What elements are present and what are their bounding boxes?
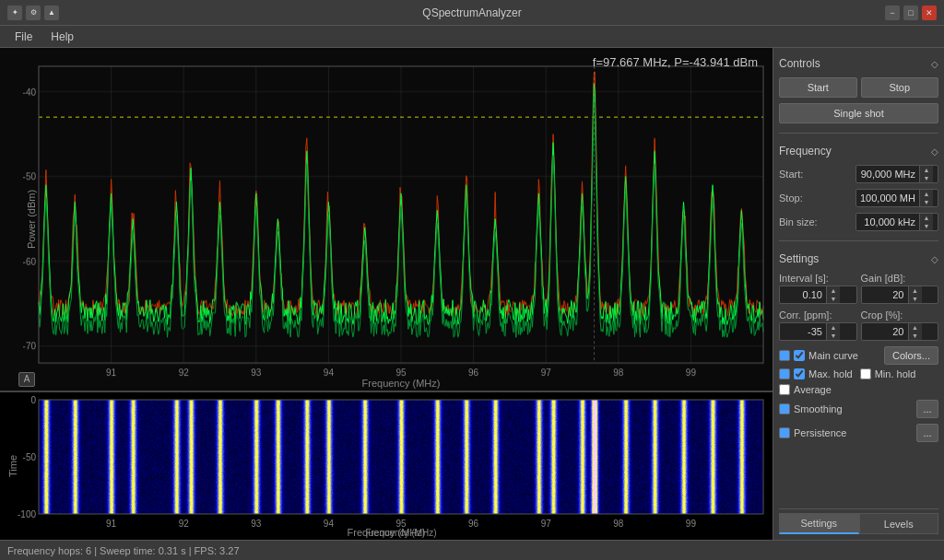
- smoothing-label: Smoothing: [794, 403, 913, 414]
- smoothing-color-box: [779, 403, 790, 414]
- freq-stop-input-wrap: ▲ ▼: [856, 189, 938, 207]
- crop-down[interactable]: ▼: [909, 332, 922, 340]
- freq-start-down[interactable]: ▼: [920, 174, 933, 182]
- corr-input[interactable]: [780, 326, 826, 337]
- max-hold-checkbox[interactable]: [794, 368, 805, 379]
- start-button[interactable]: Start: [779, 77, 857, 98]
- a-button[interactable]: A: [18, 372, 35, 387]
- tab-settings[interactable]: Settings: [779, 513, 859, 534]
- freq-stop-up[interactable]: ▲: [920, 190, 933, 198]
- single-shot-button[interactable]: Single shot: [779, 103, 938, 123]
- minimize-button[interactable]: −: [885, 6, 900, 20]
- freq-stop-input[interactable]: [856, 192, 919, 204]
- freq-start-input-wrap: ▲ ▼: [856, 165, 938, 183]
- tab-bar: Settings Levels: [779, 508, 938, 534]
- tab-levels[interactable]: Levels: [859, 513, 939, 534]
- divider-1: [779, 133, 938, 134]
- persistence-dots-button[interactable]: ...: [916, 424, 938, 442]
- gain-up[interactable]: ▲: [909, 286, 922, 295]
- app-icon-3: ▲: [44, 6, 59, 20]
- waterfall-x-label: Frequency (MHz): [348, 527, 426, 538]
- freq-start-input[interactable]: [856, 169, 919, 180]
- menubar: File Help: [0, 26, 944, 48]
- freq-stop-row: Stop: ▲ ▼: [779, 189, 938, 207]
- gain-spinners: ▲ ▼: [908, 286, 922, 303]
- gain-input[interactable]: [862, 289, 908, 300]
- main-curve-checkbox[interactable]: [794, 350, 805, 361]
- min-hold-checkbox[interactable]: [860, 368, 871, 379]
- window-title: QSpectrumAnalyzer: [422, 6, 521, 19]
- freq-stop-spinners: ▲ ▼: [919, 190, 933, 206]
- corr-crop-row: Corr. [ppm]: ▲ ▼ Crop [%]: ▲ ▼: [779, 309, 938, 341]
- chart-area: f=97.667 MHz, P=-43.941 dBm Power (dBm) …: [0, 48, 773, 540]
- frequency-label: Frequency: [779, 145, 832, 158]
- smoothing-row: Smoothing ...: [779, 400, 938, 418]
- freq-binsize-input[interactable]: [856, 216, 919, 228]
- crop-input-wrap: ▲ ▼: [861, 322, 939, 341]
- interval-down[interactable]: ▼: [827, 295, 840, 303]
- freq-start-spinners: ▲ ▼: [919, 166, 933, 182]
- main-curve-checkbox-row: Main curve: [779, 350, 880, 361]
- spectrum-canvas: [0, 48, 773, 391]
- main-curve-label: Main curve: [808, 350, 858, 361]
- statusbar-text: Frequency hops: 6 | Sweep time: 0.31 s |…: [7, 545, 240, 556]
- freq-binsize-down[interactable]: ▼: [920, 222, 933, 230]
- interval-up[interactable]: ▲: [827, 286, 840, 295]
- corr-label: Corr. [ppm]:: [779, 309, 857, 321]
- crop-label: Crop [%]:: [861, 309, 939, 321]
- menu-help[interactable]: Help: [41, 29, 83, 45]
- main-curve-colors-row: Main curve Colors...: [779, 346, 938, 365]
- spectrum-panel: f=97.667 MHz, P=-43.941 dBm Power (dBm) …: [0, 48, 773, 392]
- interval-label: Interval [s]:: [779, 273, 857, 284]
- average-label: Average: [794, 384, 832, 395]
- frequency-section-header: Frequency ◇: [779, 145, 938, 158]
- stop-button[interactable]: Stop: [861, 77, 939, 98]
- freq-binsize-row: Bin size: ▲ ▼: [779, 213, 938, 231]
- gain-down[interactable]: ▼: [909, 295, 922, 303]
- settings-diamond: ◇: [931, 254, 938, 264]
- menu-file[interactable]: File: [6, 29, 41, 45]
- right-panel: Controls ◇ Start Stop Single shot Freque…: [773, 48, 944, 540]
- freq-binsize-up[interactable]: ▲: [920, 214, 933, 222]
- corr-up[interactable]: ▲: [827, 323, 840, 332]
- gain-input-wrap: ▲ ▼: [861, 286, 939, 304]
- freq-start-up[interactable]: ▲: [920, 166, 933, 174]
- y-axis-label: Power (dBm): [26, 190, 37, 249]
- controls-diamond: ◇: [931, 59, 938, 69]
- corr-down[interactable]: ▼: [827, 332, 840, 340]
- interval-input[interactable]: [780, 289, 826, 300]
- max-hold-color-box: [779, 368, 790, 379]
- divider-2: [779, 240, 938, 241]
- smoothing-dots-button[interactable]: ...: [916, 400, 938, 418]
- start-stop-row: Start Stop: [779, 77, 938, 98]
- corr-spinners: ▲ ▼: [826, 323, 840, 340]
- window-controls: − □ ✕: [885, 6, 937, 20]
- freq-start-label: Start:: [779, 169, 856, 180]
- average-checkbox[interactable]: [779, 384, 790, 395]
- freq-binsize-label: Bin size:: [779, 216, 856, 228]
- hold-row: Max. hold Min. hold: [779, 368, 938, 380]
- waterfall-canvas: [0, 392, 773, 540]
- titlebar: ✦ ⚙ ▲ QSpectrumAnalyzer − □ ✕: [0, 0, 944, 26]
- main-content: f=97.667 MHz, P=-43.941 dBm Power (dBm) …: [0, 48, 944, 540]
- gain-group: Gain [dB]: ▲ ▼: [861, 273, 939, 304]
- controls-section-header: Controls ◇: [779, 57, 938, 70]
- corr-input-wrap: ▲ ▼: [779, 322, 857, 341]
- persistence-row: Persistence ...: [779, 424, 938, 442]
- waterfall-y-label: Time: [7, 455, 18, 477]
- controls-label: Controls: [779, 57, 820, 70]
- freq-binsize-spinners: ▲ ▼: [919, 214, 933, 230]
- crop-up[interactable]: ▲: [909, 323, 922, 332]
- min-hold-row: Min. hold: [860, 368, 916, 379]
- freq-stop-down[interactable]: ▼: [920, 198, 933, 206]
- interval-group: Interval [s]: ▲ ▼: [779, 273, 857, 304]
- crop-input[interactable]: [862, 326, 908, 337]
- average-row: Average: [779, 384, 938, 395]
- main-curve-color-box: [779, 350, 790, 361]
- frequency-diamond: ◇: [931, 146, 938, 157]
- corr-group: Corr. [ppm]: ▲ ▼: [779, 309, 857, 341]
- colors-button[interactable]: Colors...: [884, 346, 938, 365]
- close-button[interactable]: ✕: [922, 6, 937, 20]
- maximize-button[interactable]: □: [903, 6, 918, 20]
- min-hold-label: Min. hold: [875, 368, 916, 379]
